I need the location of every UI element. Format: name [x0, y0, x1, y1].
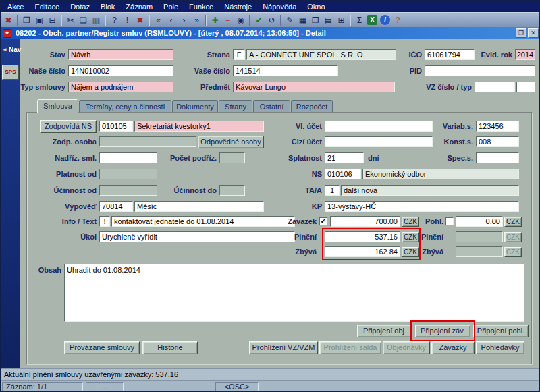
prev-record-icon[interactable]: ‹	[165, 14, 178, 26]
evid-rok-field[interactable]: 2014	[515, 49, 535, 60]
obsah-textarea[interactable]: Uhradit do 01.08.2014	[64, 264, 524, 322]
cancel-query-icon[interactable]: ✖	[134, 14, 146, 26]
restore-window-button[interactable]: ❐	[516, 28, 526, 38]
strana-code-field[interactable]: F	[233, 49, 245, 60]
zodpovida-ns-code-field[interactable]: 010105	[99, 121, 133, 132]
window-list-icon[interactable]: ❒	[309, 14, 322, 26]
open-icon[interactable]: ❐	[20, 14, 33, 26]
cizi-ucet-field[interactable]	[325, 136, 433, 147]
pripojeni-pohl-button[interactable]: Připojení pohl.	[473, 325, 529, 337]
predmet-field[interactable]: Kávovar Lungo	[233, 82, 395, 92]
info-flag-field[interactable]: !	[99, 216, 110, 227]
zodpovida-ns-name-field[interactable]: Sekretariát kvestorky1	[134, 121, 264, 132]
pohl-checkbox[interactable]	[446, 217, 454, 225]
first-record-icon[interactable]: «	[152, 14, 165, 26]
info-text-field[interactable]: kontaktovat jednatele do 01.08.2014	[111, 216, 295, 227]
lock-record-icon[interactable]: ◉	[234, 14, 247, 26]
next-record-icon[interactable]: ›	[178, 14, 190, 26]
tab-dokumenty[interactable]: Dokumenty	[172, 100, 218, 113]
vz-cislo-field[interactable]	[475, 82, 515, 92]
record-counter: Záznam: 1/1	[2, 382, 83, 392]
historie-button[interactable]: Historie	[142, 341, 198, 354]
konst-s-field[interactable]: 008	[476, 136, 519, 147]
help-icon[interactable]: ?	[392, 14, 404, 26]
tab-ostatni[interactable]: Ostatní	[253, 100, 290, 113]
zavazek-czk-button[interactable]: CZK	[402, 217, 419, 227]
ico-field[interactable]: 61061794	[425, 49, 475, 60]
ukol-field[interactable]: Urychleně vyřídit	[99, 231, 295, 242]
rollback-icon[interactable]: ↺	[265, 14, 278, 26]
kp-field[interactable]: 13-výstavy-HČ	[325, 201, 519, 212]
pripojeni-obj-button[interactable]: Připojení obj.	[357, 325, 412, 337]
zavazek-checkbox[interactable]: ✓	[319, 217, 327, 225]
plneni-field[interactable]: 537.16	[325, 231, 400, 242]
ta-a-code-field[interactable]: 1	[325, 185, 340, 196]
pohledavky-button[interactable]: Pohledávky	[476, 341, 524, 354]
commit-icon[interactable]: ✔	[252, 14, 265, 26]
edit-icon[interactable]: ✎	[284, 14, 296, 26]
close-window-button[interactable]: ✕	[528, 28, 539, 38]
variab-s-field[interactable]: 123456	[476, 121, 519, 132]
menu-editace[interactable]: Editace	[29, 2, 65, 11]
tab-smlouva[interactable]: Smlouva	[37, 99, 78, 113]
pohl-czk-button[interactable]: CZK	[504, 217, 522, 227]
save-icon[interactable]: ▣	[33, 14, 46, 26]
menu-okno[interactable]: Okno	[302, 2, 330, 11]
execute-query-icon[interactable]: !	[121, 14, 134, 26]
tab-rozpocet[interactable]: Rozpočet	[291, 100, 333, 113]
tab-strany[interactable]: Strany	[219, 100, 252, 113]
copy-icon[interactable]: ❏	[77, 14, 90, 26]
vl-ucet-field[interactable]	[325, 121, 433, 132]
vase-cislo-field[interactable]: 141514	[233, 65, 338, 76]
vypoved-name-field[interactable]: Měsíc	[134, 201, 264, 212]
list-values-icon[interactable]: ▦	[296, 14, 309, 26]
menu-napoveda[interactable]: Nápověda	[257, 2, 302, 11]
splatnost-field[interactable]: 21	[325, 152, 364, 163]
calculator-icon[interactable]: ⊞	[335, 14, 348, 26]
message-bar: Aktuální plnění smlouvy uzavřenými závaz…	[1, 368, 540, 380]
zavazek-label: Závazek	[277, 217, 317, 226]
prohlizeni-vzvzm-button[interactable]: Prohlížení VZ/VZM	[249, 341, 318, 354]
zodpovida-ns-button[interactable]: Zodpovídá NS	[40, 120, 97, 133]
print-icon[interactable]: ⊟	[46, 14, 59, 26]
delete-record-icon[interactable]: −	[221, 14, 234, 26]
sum-icon[interactable]: Σ	[353, 14, 366, 26]
menu-dotaz[interactable]: Dotaz	[65, 2, 95, 11]
menu-funkce[interactable]: Funkce	[184, 2, 219, 11]
pid-field[interactable]	[425, 65, 535, 76]
pripojeni-zav-button[interactable]: Připojení záv.	[415, 325, 470, 337]
nadriz-sml-field[interactable]	[99, 152, 157, 163]
tab-terminy-ceny-cinnosti[interactable]: Termíny, ceny a činnosti	[79, 100, 171, 113]
excel-export-icon[interactable]: X	[367, 15, 377, 25]
menu-akce[interactable]: Akce	[2, 2, 29, 11]
calendar-icon[interactable]: ▤	[322, 14, 335, 26]
exit-icon[interactable]: ✖	[2, 14, 15, 26]
sps-button[interactable]: SPS	[2, 65, 19, 80]
odpovedne-osoby-button[interactable]: Odpovědné osoby	[198, 136, 264, 148]
zavazky-button[interactable]: Závazky	[431, 341, 475, 354]
zavazek-amount-field[interactable]: 700.00	[330, 216, 400, 227]
nav-item[interactable]: ◄ Nav	[1, 39, 20, 53]
spec-s-field[interactable]	[476, 152, 519, 163]
cut-icon[interactable]: ✂	[64, 14, 77, 26]
ns-code-field[interactable]: 010106	[325, 169, 361, 179]
plneni-czk-button[interactable]: CZK	[402, 232, 419, 242]
menu-pole[interactable]: Pole	[158, 2, 184, 11]
menu-blok[interactable]: Blok	[95, 2, 120, 11]
vypoved-code-field[interactable]: 70814	[99, 201, 133, 212]
menu-zaznam[interactable]: Záznam	[120, 2, 158, 11]
paste-icon[interactable]: ▥	[90, 14, 103, 26]
menu-nastroje[interactable]: Nástroje	[219, 2, 257, 11]
typ-smlouvy-field[interactable]: Nájem a podnájem	[68, 82, 173, 92]
zbyva-field[interactable]: 162.84	[325, 246, 400, 257]
enter-query-icon[interactable]: ?	[108, 14, 121, 26]
insert-record-icon[interactable]: ✚	[209, 14, 221, 26]
info-icon[interactable]: i	[380, 15, 390, 25]
vz-typ-field[interactable]	[516, 82, 535, 92]
provazane-smlouvy-button[interactable]: Provázané smlouvy	[64, 341, 140, 354]
nase-cislo-field[interactable]: 14N010002	[68, 65, 173, 76]
stav-field[interactable]: Návrh	[68, 49, 173, 60]
last-record-icon[interactable]: »	[190, 14, 203, 26]
zbyva-czk-button[interactable]: CZK	[402, 247, 419, 257]
pohl-amount-field[interactable]: 0.00	[456, 216, 503, 227]
